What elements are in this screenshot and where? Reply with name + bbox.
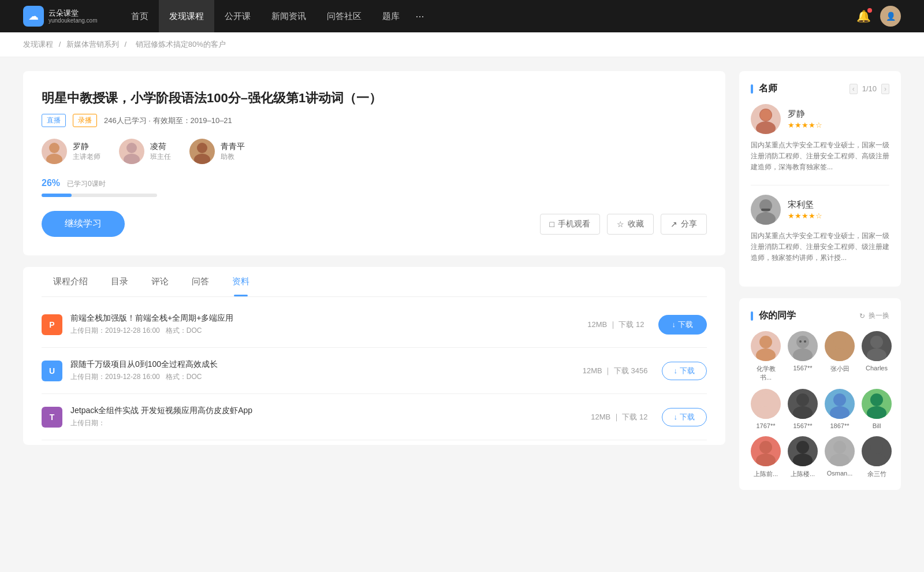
- breadcrumb-item-series[interactable]: 新媒体营销系列: [66, 40, 119, 49]
- content-right: 名师 ‹ 1/10 › 罗静 ★★★★☆ 国内: [739, 71, 901, 502]
- prev-teacher-button[interactable]: ‹: [850, 84, 858, 94]
- students-grid: 化学教书... 1567** 张小田: [751, 331, 889, 478]
- resource-title-1: 前端全栈加强版！前端全栈+全周期+多端应用: [70, 313, 587, 324]
- download-button-1[interactable]: ↓ 下载: [658, 315, 707, 335]
- teacher-page: 1/10: [862, 84, 877, 93]
- svg-point-8: [760, 109, 772, 121]
- svg-point-5: [194, 154, 210, 164]
- student-8[interactable]: Bill: [862, 389, 892, 429]
- resource-stats-3: 12MB ｜ 下载 12: [591, 412, 647, 422]
- student-7[interactable]: 1867**: [825, 389, 855, 429]
- teacher-2-name: 凌荷: [150, 142, 171, 152]
- student-9[interactable]: 上陈前...: [751, 436, 781, 478]
- student-5[interactable]: 1767**: [751, 389, 781, 429]
- resource-meta-3: 上传日期：: [70, 418, 591, 428]
- panel-nav-teachers: ‹ 1/10 ›: [850, 84, 889, 94]
- breadcrumb-item-discover[interactable]: 发现课程: [23, 40, 53, 49]
- resource-list: P 前端全栈加强版！前端全栈+全周期+多端应用 上传日期：2019-12-28 …: [42, 297, 707, 445]
- student-12-avatar: [862, 436, 892, 466]
- student-3-name: 张小田: [830, 365, 850, 373]
- student-1[interactable]: 化学教书...: [751, 331, 781, 382]
- student-12-name: 余三竹: [867, 470, 886, 478]
- student-4[interactable]: Charles: [862, 331, 892, 382]
- svg-point-30: [759, 441, 772, 454]
- mobile-view-button[interactable]: □ 手机观看: [540, 214, 600, 235]
- student-8-avatar: [862, 389, 892, 419]
- resource-item-1: P 前端全栈加强版！前端全栈+全周期+多端应用 上传日期：2019-12-28 …: [42, 302, 707, 348]
- nav-items: 首页 发现课程 公开课 新闻资讯 问答社区 题库 ···: [121, 0, 856, 32]
- course-actions: 继续学习 □ 手机观看 ☆ 收藏 ↗ 分享: [42, 211, 707, 237]
- download-icon-2: ↓: [674, 366, 678, 375]
- nav-item-questions[interactable]: 题库: [372, 0, 410, 32]
- svg-point-24: [796, 393, 809, 406]
- nav-item-open[interactable]: 公开课: [214, 0, 261, 32]
- user-avatar[interactable]: 👤: [880, 6, 901, 27]
- svg-point-3: [124, 154, 140, 164]
- nav-item-qa[interactable]: 问答社区: [316, 0, 372, 32]
- student-11-name: Osman...: [827, 470, 853, 477]
- panel-header-classmates: 你的同学 ↻ 换一换: [751, 310, 889, 322]
- breadcrumb-item-current: 销冠修炼术搞定80%的客户: [136, 40, 226, 49]
- svg-point-32: [796, 441, 809, 454]
- teacher-2: 凌荷 班主任: [119, 139, 171, 164]
- svg-point-31: [756, 454, 776, 466]
- svg-point-35: [830, 454, 850, 466]
- svg-point-36: [870, 441, 883, 454]
- share-button[interactable]: ↗ 分享: [661, 214, 707, 235]
- refresh-classmates[interactable]: ↻ 换一换: [859, 311, 889, 321]
- tab-qa[interactable]: 问答: [180, 267, 221, 296]
- student-12[interactable]: 余三竹: [862, 436, 892, 478]
- download-button-3[interactable]: ↓ 下载: [662, 408, 707, 426]
- panel-header-teachers: 名师 ‹ 1/10 ›: [751, 83, 889, 95]
- student-10-avatar: [788, 436, 818, 466]
- nav-item-news[interactable]: 新闻资讯: [261, 0, 316, 32]
- svg-point-29: [867, 406, 886, 419]
- svg-point-1: [46, 154, 62, 164]
- teacher-card-1-name: 罗静: [788, 109, 822, 120]
- svg-point-20: [870, 336, 883, 348]
- course-card: 明星中教授课，小学阶段语法100分–强化级第1讲动词（一） 直播 录播 246人…: [23, 71, 725, 255]
- tab-toc[interactable]: 目录: [99, 267, 140, 296]
- tab-comments[interactable]: 评论: [140, 267, 180, 296]
- progress-section: 26% 已学习0课时: [42, 178, 707, 197]
- nav-item-discover[interactable]: 发现课程: [159, 0, 214, 32]
- tab-resources[interactable]: 资料: [221, 267, 261, 296]
- resource-item-2: U 跟随千万级项目从0到100全过程高效成长 上传日期：2019-12-28 1…: [42, 348, 707, 394]
- student-2[interactable]: 1567**: [788, 331, 818, 382]
- student-3[interactable]: 张小田: [825, 331, 855, 382]
- svg-point-17: [804, 340, 806, 343]
- classmates-panel: 你的同学 ↻ 换一换 化学教书... 1567**: [739, 298, 901, 490]
- student-7-avatar: [825, 389, 855, 419]
- svg-point-0: [49, 143, 59, 153]
- collect-button[interactable]: ☆ 收藏: [607, 214, 654, 235]
- svg-point-28: [870, 393, 883, 406]
- teacher-card-2: 宋利坚 ★★★★☆ 国内某重点大学安全工程专业硕士，国家一级注册消防工程师、注册…: [751, 195, 889, 264]
- download-button-2[interactable]: ↓ 下载: [662, 362, 707, 380]
- svg-point-37: [867, 454, 886, 466]
- resource-info-2: 跟随千万级项目从0到100全过程高效成长 上传日期：2019-12-28 16:…: [70, 359, 583, 382]
- nav-more[interactable]: ···: [410, 0, 430, 32]
- resource-stats-1: 12MB ｜ 下载 12: [587, 320, 644, 330]
- student-10[interactable]: 上陈楼...: [788, 436, 818, 478]
- notification-bell[interactable]: 🔔: [856, 9, 871, 23]
- tab-intro[interactable]: 课程介绍: [42, 267, 99, 296]
- student-7-name: 1867**: [830, 422, 849, 429]
- nav-right: 🔔 👤: [856, 6, 901, 27]
- resource-item-3: T Jetpack全组件实战 开发短视频应用高仿皮皮虾App 上传日期： 12M…: [42, 394, 707, 440]
- student-8-name: Bill: [873, 422, 881, 429]
- logo-icon: ☁: [23, 6, 44, 27]
- svg-point-25: [793, 406, 813, 419]
- student-6[interactable]: 1567**: [788, 389, 818, 429]
- svg-point-14: [796, 336, 809, 348]
- next-teacher-button[interactable]: ›: [881, 84, 889, 94]
- teacher-1-name: 罗静: [73, 142, 100, 152]
- teacher-3-name: 青青平: [221, 142, 245, 152]
- nav-item-home[interactable]: 首页: [121, 0, 159, 32]
- download-icon-1: ↓: [672, 320, 676, 329]
- continue-learning-button[interactable]: 继续学习: [42, 211, 125, 237]
- student-1-avatar: [751, 331, 781, 361]
- course-title: 明星中教授课，小学阶段语法100分–强化级第1讲动词（一）: [42, 90, 707, 107]
- student-11[interactable]: Osman...: [825, 436, 855, 478]
- logo[interactable]: ☁ 云朵课堂 yundouketang.com: [23, 6, 98, 27]
- famous-teachers-panel: 名师 ‹ 1/10 › 罗静 ★★★★☆ 国内: [739, 71, 901, 287]
